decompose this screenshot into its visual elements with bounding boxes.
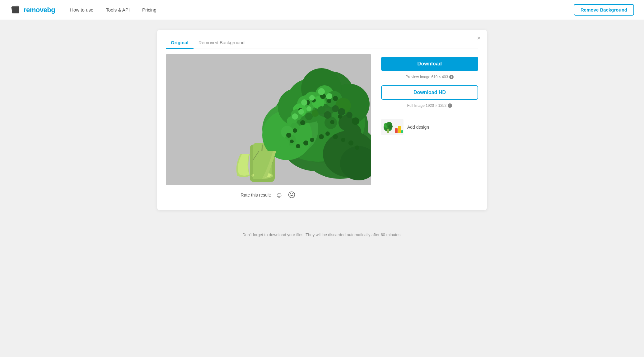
svg-point-76 [301, 99, 307, 106]
svg-point-66 [310, 138, 314, 142]
svg-point-39 [327, 99, 331, 103]
rating-label: Rate this result: [241, 193, 271, 198]
svg-point-40 [333, 96, 338, 101]
svg-point-75 [306, 106, 311, 111]
svg-point-49 [279, 138, 289, 148]
header: removebg How to use Tools & API Pricing … [0, 0, 644, 20]
main-nav: How to use Tools & API Pricing [70, 7, 574, 12]
tab-original[interactable]: Original [166, 37, 194, 49]
svg-point-79 [326, 93, 332, 99]
svg-point-53 [324, 111, 331, 119]
footer-notice: Don't forget to download your files. The… [0, 232, 644, 237]
remove-background-button[interactable]: Remove Background [574, 4, 634, 16]
add-design-area[interactable]: Add design [381, 119, 478, 135]
svg-point-64 [296, 144, 300, 148]
logo-text: removebg [24, 6, 55, 14]
svg-point-71 [348, 140, 353, 145]
close-button[interactable]: × [477, 35, 481, 41]
nav-pricing[interactable]: Pricing [142, 7, 156, 12]
svg-rect-85 [387, 129, 389, 133]
svg-point-60 [300, 120, 305, 125]
svg-point-73 [292, 113, 298, 120]
svg-point-61 [293, 128, 297, 133]
svg-point-69 [333, 134, 338, 139]
design-preview-thumbnail [381, 119, 404, 135]
svg-point-78 [318, 88, 325, 95]
svg-point-65 [303, 140, 308, 145]
broccoli-image [166, 54, 371, 185]
download-hd-button[interactable]: Download HD [381, 85, 478, 100]
main-content: × Original Removed Background [0, 20, 644, 220]
download-button[interactable]: Download [381, 57, 478, 71]
side-panel: Download Preview Image 619 × 403 i Downl… [381, 54, 478, 135]
svg-point-54 [332, 105, 339, 112]
preview-info: Preview Image 619 × 403 i [381, 75, 478, 79]
result-card: × Original Removed Background [157, 30, 487, 210]
sad-rating-button[interactable]: ☹ [287, 190, 296, 200]
svg-rect-2 [12, 7, 19, 13]
svg-point-43 [330, 120, 334, 124]
tab-bar: Original Removed Background [166, 37, 478, 49]
svg-point-62 [286, 133, 291, 138]
rating-area: Rate this result: ☺ ☹ [166, 190, 371, 200]
svg-point-68 [325, 131, 330, 136]
svg-rect-88 [401, 130, 403, 133]
full-image-info-icon[interactable]: i [448, 103, 452, 108]
add-design-label: Add design [407, 125, 429, 130]
svg-point-55 [338, 108, 345, 116]
svg-point-50 [305, 113, 313, 120]
preview-info-icon[interactable]: i [449, 75, 454, 79]
nav-how-to-use[interactable]: How to use [70, 7, 93, 12]
svg-point-84 [388, 124, 393, 129]
nav-tools-api[interactable]: Tools & API [106, 7, 130, 12]
logo[interactable]: removebg [10, 4, 55, 16]
card-body: Rate this result: ☺ ☹ Download Preview I… [166, 54, 478, 200]
happy-rating-button[interactable]: ☺ [275, 190, 284, 200]
svg-rect-86 [395, 128, 398, 133]
svg-point-72 [355, 145, 359, 150]
svg-point-57 [352, 117, 359, 125]
svg-point-70 [341, 138, 345, 142]
tab-removed-background[interactable]: Removed Background [194, 37, 250, 49]
image-area: Rate this result: ☺ ☹ [166, 54, 371, 200]
svg-point-67 [319, 134, 324, 139]
svg-point-77 [309, 95, 315, 101]
image-container [166, 54, 371, 185]
svg-point-56 [346, 112, 352, 118]
full-image-info: Full Image 1920 × 1252 i [381, 103, 478, 108]
svg-rect-87 [398, 126, 401, 133]
svg-point-52 [317, 106, 325, 114]
svg-point-63 [290, 140, 294, 143]
logo-icon [10, 4, 21, 16]
svg-point-74 [298, 109, 304, 115]
